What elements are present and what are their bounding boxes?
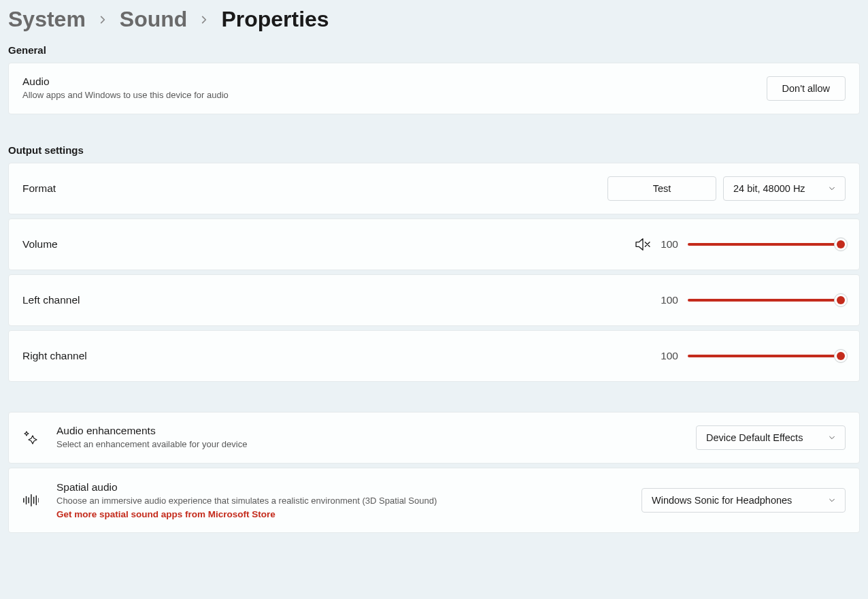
right-channel-slider[interactable] (688, 349, 846, 363)
audio-subtitle: Allow apps and Windows to use this devic… (22, 88, 229, 102)
format-selected: 24 bit, 48000 Hz (733, 183, 805, 194)
dont-allow-button[interactable]: Don't allow (767, 76, 846, 101)
enhancements-selected: Device Default Effects (706, 432, 803, 443)
section-header-output: Output settings (8, 144, 860, 156)
section-header-general: General (8, 44, 860, 56)
spatial-selected: Windows Sonic for Headphones (652, 495, 792, 506)
card-spatial: Spatial audio Choose an immersive audio … (8, 468, 860, 533)
format-dropdown[interactable]: 24 bit, 48000 Hz (723, 176, 846, 201)
card-volume: Volume 100 (8, 218, 860, 270)
card-audio-text: Audio Allow apps and Windows to use this… (22, 76, 229, 102)
spatial-dropdown[interactable]: Windows Sonic for Headphones (641, 488, 846, 513)
breadcrumb-current: Properties (221, 7, 329, 32)
card-format: Format Test 24 bit, 48000 Hz (8, 163, 860, 214)
left-channel-value: 100 (661, 294, 678, 306)
enhancements-title: Audio enhancements (56, 425, 247, 437)
format-label: Format (22, 182, 56, 195)
right-channel-value: 100 (661, 350, 678, 362)
breadcrumb: System Sound Properties (8, 7, 860, 32)
spatial-title: Spatial audio (56, 481, 437, 493)
audio-title: Audio (22, 76, 229, 88)
enhancements-dropdown[interactable]: Device Default Effects (696, 425, 846, 450)
volume-value: 100 (661, 238, 678, 250)
breadcrumb-system[interactable]: System (8, 7, 86, 32)
volume-label: Volume (22, 238, 58, 250)
enhancements-subtitle: Select an enhancement available for your… (56, 438, 247, 451)
breadcrumb-sound[interactable]: Sound (120, 7, 188, 32)
spatial-subtitle: Choose an immersive audio experience tha… (56, 494, 437, 508)
left-channel-slider[interactable] (688, 293, 846, 308)
card-audio: Audio Allow apps and Windows to use this… (8, 63, 860, 114)
chevron-right-icon (199, 15, 209, 25)
mute-icon[interactable] (635, 238, 651, 251)
left-channel-label: Left channel (22, 294, 80, 306)
card-enhancements: Audio enhancements Select an enhancement… (8, 412, 860, 464)
sparkle-icon (22, 430, 39, 446)
volume-slider[interactable] (688, 237, 846, 252)
card-left-channel: Left channel 100 (8, 274, 860, 326)
card-right-channel: Right channel 100 (8, 330, 860, 382)
right-channel-label: Right channel (22, 350, 87, 362)
chevron-right-icon (98, 15, 107, 25)
soundwave-icon (22, 492, 39, 508)
test-button[interactable]: Test (607, 176, 716, 201)
spatial-store-link[interactable]: Get more spatial sound apps from Microso… (56, 509, 437, 519)
